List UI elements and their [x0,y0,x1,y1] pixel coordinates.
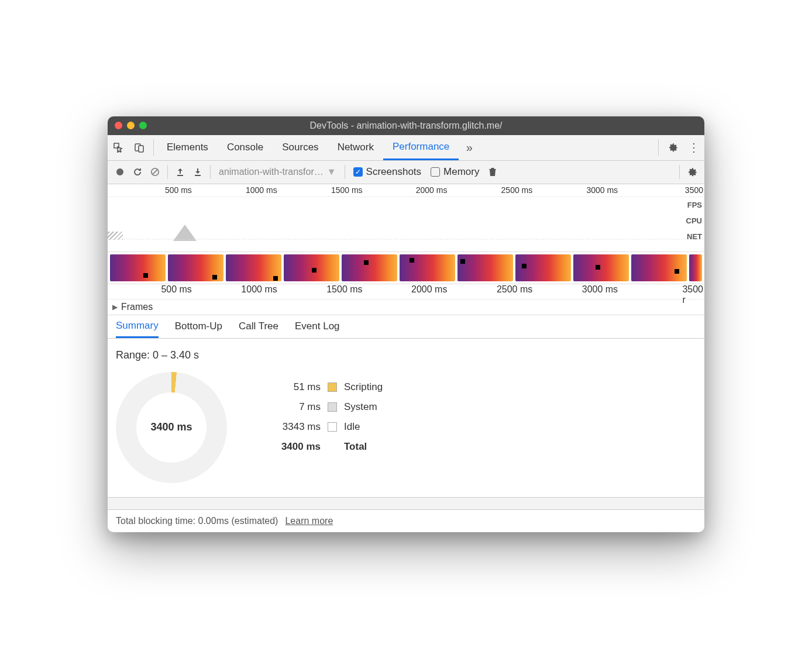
screenshot-thumb[interactable] [457,254,513,281]
overview-pane[interactable]: 500 ms 1000 ms 1500 ms 2000 ms 2500 ms 3… [108,184,704,252]
device-toggle-icon[interactable] [129,135,150,160]
separator [345,165,345,179]
save-profile-icon[interactable] [189,161,207,184]
screenshot-thumb[interactable] [168,254,223,281]
kebab-menu-icon[interactable]: ⋮ [683,135,704,160]
tab-performance[interactable]: Performance [383,135,459,160]
cpu-row-label: CPU [686,213,704,229]
status-bar: Total blocking time: 0.00ms (estimated) … [108,510,704,532]
ruler-tick: 1500 ms [331,185,364,195]
screenshot-thumb[interactable] [573,254,629,281]
legend-value: 51 ms [268,381,321,393]
more-tabs-icon[interactable]: » [459,135,480,160]
clear-icon[interactable] [146,161,164,184]
screenshot-thumb[interactable] [342,254,397,281]
screenshots-label: Screenshots [366,166,422,178]
minimize-window-button[interactable] [127,122,135,129]
frames-track-header[interactable]: ▶ Frames [108,299,704,315]
window-title: DevTools - animation-with-transform.glit… [108,120,704,131]
ruler-tick: 2000 ms [416,185,449,195]
close-window-button[interactable] [115,122,122,129]
settings-icon[interactable] [662,135,683,160]
overview-body [108,197,704,251]
legend-value: 7 ms [268,401,321,413]
dropdown-icon: ▼ [327,167,336,177]
traffic-lights [115,122,147,129]
tab-bottom-up[interactable]: Bottom-Up [175,315,222,338]
legend-row-system: 7 ms System [268,401,383,413]
checkbox-checked-icon[interactable]: ✓ [353,167,363,177]
separator [167,165,168,179]
tab-summary[interactable]: Summary [116,315,159,338]
summary-pane: Range: 0 – 3.40 s 3400 ms 51 ms Scriptin… [108,339,704,497]
net-row-label: NET [686,229,704,244]
tab-event-log[interactable]: Event Log [295,315,340,338]
screenshot-thumb[interactable] [631,254,687,281]
screenshot-thumb[interactable] [110,254,166,281]
swatch-system-icon [328,402,337,412]
tab-console[interactable]: Console [218,135,273,160]
inspect-element-icon[interactable] [108,135,129,160]
svg-line-4 [153,170,157,174]
screenshot-thumb[interactable] [226,254,281,281]
screenshots-toggle[interactable]: ✓ Screenshots [349,166,426,178]
zoom-window-button[interactable] [139,122,147,129]
memory-toggle[interactable]: Memory [426,166,484,178]
checkbox-unchecked-icon[interactable] [431,167,440,177]
profile-selector[interactable]: animation-with-transfor… ▼ [214,167,341,177]
frames-label: Frames [121,302,153,312]
legend-value: 3343 ms [268,421,321,433]
total-blocking-time: Total blocking time: 0.00ms (estimated) [116,516,278,526]
main-toolbar: Elements Console Sources Network Perform… [108,135,704,161]
legend-row-total: 3400 ms Total [268,441,383,453]
titlebar: DevTools - animation-with-transform.glit… [108,116,704,135]
screenshot-thumb[interactable] [515,254,571,281]
devtools-window: DevTools - animation-with-transform.glit… [108,116,704,532]
swatch-idle-icon [328,422,337,432]
swatch-scripting-icon [328,382,337,392]
separator [153,139,154,156]
screenshot-filmstrip[interactable] [108,252,704,284]
legend-total-label: Total [344,441,367,453]
load-profile-icon[interactable] [171,161,189,184]
legend-label: Idle [344,421,360,433]
tab-sources[interactable]: Sources [273,135,328,160]
flamechart-ruler[interactable]: 500 ms 1000 ms 1500 ms 2000 ms 2500 ms 3… [108,284,704,299]
ruler-tick: 2500 ms [497,284,534,295]
legend-total-value: 3400 ms [268,441,321,453]
overview-time-ruler: 500 ms 1000 ms 1500 ms 2000 ms 2500 ms 3… [108,184,704,197]
separator [679,165,680,179]
screenshot-thumb[interactable] [400,254,455,281]
screenshot-thumb[interactable] [689,254,702,281]
svg-rect-1 [139,146,143,152]
capture-settings-icon[interactable] [683,161,701,184]
ruler-tick: 3500 r [682,284,704,305]
legend: 51 ms Scripting 7 ms System 3343 ms Idle… [268,381,383,461]
drawer-resize-handle[interactable] [108,497,704,510]
performance-toolbar: animation-with-transfor… ▼ ✓ Screenshots… [108,161,704,184]
ruler-tick: 2000 ms [411,284,448,295]
donut-chart: 3400 ms [116,372,227,483]
ruler-tick: 1000 ms [246,185,278,195]
tab-network[interactable]: Network [328,135,383,160]
panel-tabs: Elements Console Sources Network Perform… [157,135,480,160]
tab-call-tree[interactable]: Call Tree [239,315,278,338]
learn-more-link[interactable]: Learn more [285,516,333,526]
ruler-tick: 500 ms [165,185,193,195]
ruler-tick: 3000 ms [586,185,619,195]
legend-row-idle: 3343 ms Idle [268,421,383,433]
reload-icon[interactable] [129,161,146,184]
range-label: Range: 0 – 3.40 s [116,349,696,361]
tab-elements[interactable]: Elements [157,135,218,160]
separator [658,139,659,156]
garbage-collect-icon[interactable] [484,161,501,184]
ruler-tick: 500 ms [161,284,192,295]
ruler-tick: 1000 ms [241,284,278,295]
legend-label: System [344,401,377,413]
screenshot-thumb[interactable] [284,254,339,281]
record-icon[interactable] [111,161,129,184]
expand-triangle-icon: ▶ [112,303,118,311]
ruler-tick: 2500 ms [501,185,534,195]
svg-point-2 [116,168,123,175]
fps-row-label: FPS [686,197,704,213]
